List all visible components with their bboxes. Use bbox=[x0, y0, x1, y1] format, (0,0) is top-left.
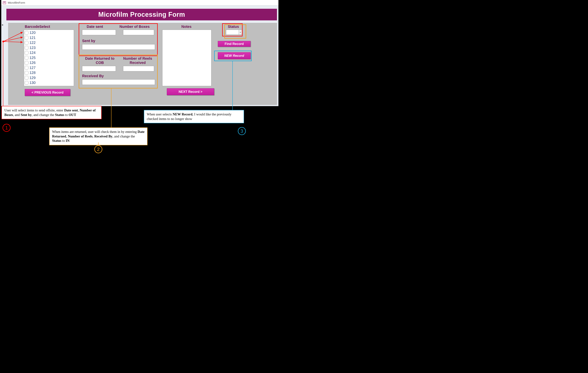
annotation-red-connector bbox=[3, 42, 3, 106]
titlebar: MicrofilmForm bbox=[1, 0, 278, 5]
barcode-row[interactable]: 126 bbox=[25, 60, 73, 65]
barcode-value: 120 bbox=[30, 31, 35, 35]
barcode-value: 130 bbox=[30, 81, 35, 85]
barcode-row[interactable]: 129 bbox=[25, 75, 73, 81]
record-selector-gutter: ▶ bbox=[1, 5, 6, 106]
barcode-select-list[interactable]: 120121122123124125126127128129130 bbox=[24, 30, 74, 86]
form-icon bbox=[3, 1, 6, 4]
barcode-checkbox[interactable] bbox=[25, 71, 28, 75]
barcode-checkbox[interactable] bbox=[25, 41, 28, 45]
annotation-number-3: 3 bbox=[238, 127, 246, 135]
barcode-row[interactable]: 122 bbox=[25, 40, 73, 45]
barcode-row[interactable]: 125 bbox=[25, 55, 73, 61]
notes-input[interactable] bbox=[162, 30, 211, 86]
barcode-row[interactable]: 124 bbox=[25, 50, 73, 55]
window-title: MicrofilmForm bbox=[8, 1, 25, 4]
barcode-value: 125 bbox=[30, 56, 35, 60]
barcode-row[interactable]: 127 bbox=[25, 65, 73, 71]
record-selector-icon[interactable]: ▶ bbox=[1, 23, 4, 27]
find-record-button[interactable]: Find Record bbox=[218, 41, 251, 47]
barcode-row[interactable]: 128 bbox=[25, 70, 73, 75]
barcode-checkbox[interactable] bbox=[25, 76, 28, 80]
annotation-orange-status-box bbox=[224, 24, 246, 39]
barcode-select-label: BarcodeSelect bbox=[25, 25, 50, 29]
barcode-checkbox[interactable] bbox=[25, 46, 28, 50]
barcode-value: 122 bbox=[30, 41, 35, 45]
annotation-callout-3: When user selects NEW Record, I would li… bbox=[144, 110, 244, 123]
barcode-row[interactable]: 123 bbox=[25, 45, 73, 51]
barcode-value: 128 bbox=[30, 71, 35, 75]
barcode-checkbox[interactable] bbox=[25, 81, 28, 85]
barcode-checkbox[interactable] bbox=[25, 61, 28, 65]
annotation-number-1: 1 bbox=[2, 124, 10, 132]
barcode-row[interactable]: 130 bbox=[25, 80, 73, 85]
barcode-checkbox[interactable] bbox=[25, 31, 28, 35]
next-record-button[interactable]: NEXT Record > bbox=[167, 88, 214, 95]
barcode-value: 126 bbox=[30, 61, 35, 65]
annotation-callout-1: User will select items to send offsite, … bbox=[1, 106, 102, 119]
barcode-row[interactable]: 121 bbox=[25, 35, 73, 41]
barcode-checkbox[interactable] bbox=[25, 36, 28, 40]
annotation-cyan-connector-v bbox=[232, 61, 233, 110]
notes-label: Notes bbox=[181, 25, 192, 29]
form-title: Microfilm Processing Form bbox=[98, 11, 185, 18]
form-header: Microfilm Processing Form bbox=[6, 9, 277, 21]
barcode-value: 129 bbox=[30, 76, 35, 80]
barcode-checkbox[interactable] bbox=[25, 56, 28, 60]
barcode-value: 127 bbox=[30, 66, 35, 70]
previous-record-button[interactable]: < PREVIOUS Record bbox=[25, 89, 70, 96]
barcode-value: 123 bbox=[30, 46, 35, 50]
barcode-value: 121 bbox=[30, 36, 35, 40]
annotation-number-2: 2 bbox=[94, 145, 102, 153]
annotation-orange-returned-box bbox=[79, 55, 158, 88]
barcode-checkbox[interactable] bbox=[25, 66, 28, 70]
annotation-red-sent-box bbox=[79, 23, 158, 56]
annotation-cyan-new-box bbox=[214, 51, 252, 61]
barcode-checkbox[interactable] bbox=[25, 51, 28, 55]
barcode-row[interactable]: 120 bbox=[25, 30, 73, 35]
annotation-orange-connector-v2 bbox=[98, 142, 98, 146]
barcode-value: 124 bbox=[30, 51, 35, 55]
annotation-orange-connector-v bbox=[111, 88, 111, 128]
